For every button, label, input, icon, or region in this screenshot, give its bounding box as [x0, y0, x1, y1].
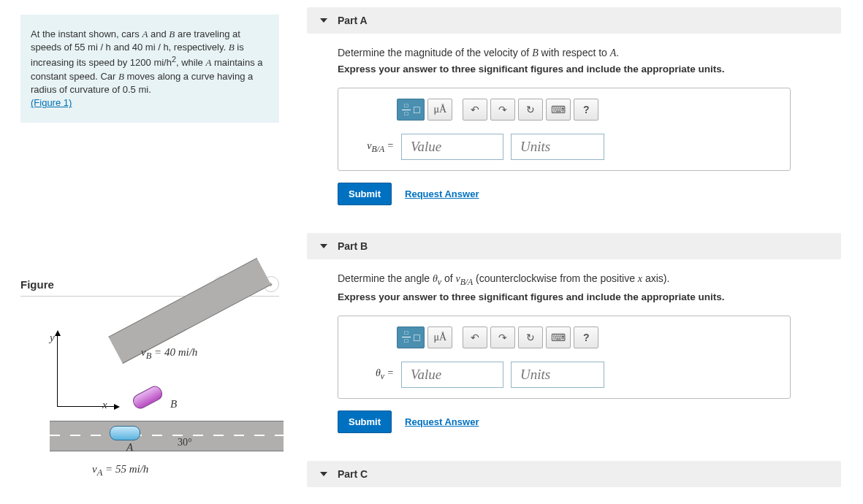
car-b-icon [131, 384, 164, 411]
part-a-prompt: Determine the magnitude of the velocity … [338, 47, 810, 59]
undo-button[interactable]: ↶ [463, 99, 487, 121]
special-chars-button[interactable]: μÅ [427, 99, 452, 121]
part-b-prompt: Determine the angle θv of vB/A (counterc… [338, 272, 810, 287]
template-button[interactable]: □□ □ [397, 99, 425, 121]
car-a-icon [110, 426, 140, 440]
redo-button[interactable]: ↷ [490, 99, 515, 121]
help-button[interactable]: ? [574, 327, 598, 348]
part-b-instruction: Express your answer to three significant… [338, 291, 810, 302]
part-a-units-input[interactable] [511, 134, 604, 160]
caret-down-icon [320, 18, 327, 23]
problem-statement: At the instant shown, cars A and B are t… [20, 15, 279, 123]
part-a-submit-button[interactable]: Submit [338, 183, 392, 205]
part-a-variable-label: vB/A = [357, 140, 394, 154]
part-a-header[interactable]: Part A [307, 7, 841, 34]
point-a-label: A [126, 441, 133, 454]
part-a: Part A Determine the magnitude of the ve… [307, 7, 841, 218]
undo-button[interactable]: ↶ [463, 327, 487, 348]
redo-button[interactable]: ↷ [490, 327, 515, 348]
figure-title: Figure [20, 278, 54, 291]
angle-label: 30° [178, 437, 192, 448]
keyboard-button[interactable]: ⌨ [546, 327, 571, 348]
va-label: vA = 55 mi/h [92, 463, 148, 478]
keyboard-button[interactable]: ⌨ [546, 99, 571, 121]
part-a-value-input[interactable] [401, 134, 503, 160]
toolbar: □□ □ μÅ ↶ ↷ ↻ ⌨ ? [397, 327, 778, 348]
part-b-units-input[interactable] [511, 362, 604, 388]
part-a-request-answer-link[interactable]: Request Answer [405, 188, 479, 199]
reset-button[interactable]: ↻ [518, 327, 543, 348]
figure-diagram: y x vB = 40 mi/h vA = 55 mi/h 30° B A [20, 326, 279, 479]
problem-text: At the instant shown, cars [31, 28, 142, 39]
part-b-submit-button[interactable]: Submit [338, 411, 392, 433]
caret-down-icon [320, 472, 327, 476]
figure-link[interactable]: (Figure 1) [31, 97, 72, 108]
part-b-value-input[interactable] [401, 362, 503, 388]
point-b-label: B [170, 398, 177, 411]
part-b-title: Part B [338, 240, 368, 252]
part-c: Part C [307, 461, 841, 487]
toolbar: □□ □ μÅ ↶ ↷ ↻ ⌨ ? [397, 99, 778, 121]
template-button[interactable]: □□ □ [397, 327, 425, 348]
y-axis-label: y [50, 332, 55, 344]
part-b-answer-box: □□ □ μÅ ↶ ↷ ↻ ⌨ ? θv = [338, 316, 791, 399]
part-b-variable-label: θv = [357, 367, 394, 381]
part-b: Part B Determine the angle θv of vB/A (c… [307, 233, 841, 446]
part-b-request-answer-link[interactable]: Request Answer [405, 416, 479, 427]
part-a-answer-box: □□ □ μÅ ↶ ↷ ↻ ⌨ ? vB/A = [338, 88, 791, 171]
special-chars-button[interactable]: μÅ [427, 327, 452, 348]
part-a-instruction: Express your answer to three significant… [338, 64, 810, 75]
part-c-header[interactable]: Part C [307, 461, 841, 487]
part-b-header[interactable]: Part B [307, 233, 841, 259]
part-c-title: Part C [338, 468, 368, 480]
part-a-title: Part A [338, 15, 368, 26]
caret-down-icon [320, 244, 327, 248]
vb-label: vB = 40 mi/h [141, 346, 197, 362]
help-button[interactable]: ? [574, 99, 598, 121]
reset-button[interactable]: ↻ [518, 99, 543, 121]
x-axis-label: x [102, 399, 107, 411]
